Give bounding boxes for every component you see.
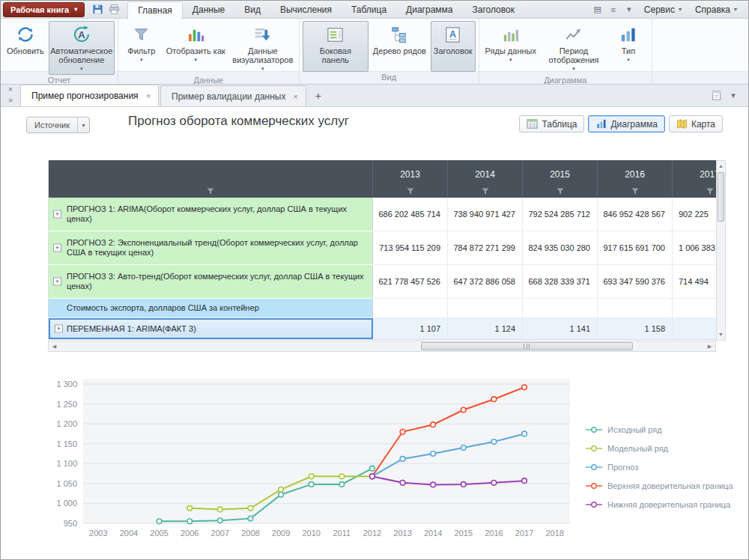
data-cell[interactable] (673, 299, 716, 318)
data-cell[interactable]: 824 935 030 280 (523, 231, 598, 265)
refresh-button[interactable]: Обновить (4, 21, 47, 75)
data-cell[interactable]: 1 141 (523, 318, 598, 339)
data-cell[interactable]: 686 202 485 714 (373, 198, 448, 231)
scroll-left-icon[interactable]: ◀ (49, 341, 60, 351)
data-cell[interactable] (598, 299, 673, 318)
menu-tab[interactable]: Данные (183, 1, 234, 19)
filter-icon[interactable] (631, 188, 639, 195)
menu-tab[interactable]: Заголовок (462, 1, 524, 19)
filter-icon[interactable] (407, 188, 414, 195)
data-cell[interactable]: 917 615 691 700 (598, 231, 673, 265)
year-column-header[interactable]: 2015 (523, 160, 598, 198)
menu-tab[interactable]: Главная (127, 1, 183, 19)
year-column-header[interactable]: 2014 (448, 160, 523, 198)
data-cell[interactable]: 693 347 590 376 (598, 265, 673, 299)
year-column-header[interactable]: 2013 (373, 160, 448, 198)
layout-icon[interactable]: ▤ (590, 2, 605, 17)
data-cell[interactable] (373, 299, 448, 318)
legend-item[interactable]: Верхняя доверительная граница (585, 476, 733, 495)
side-panel-button[interactable]: Боковая панель (303, 21, 369, 72)
page-layout-icon[interactable] (709, 88, 724, 103)
scrollbar-thumb[interactable] (718, 172, 724, 222)
data-cell[interactable]: 1 006 383 (673, 231, 716, 265)
caret-down-icon[interactable]: ▾ (622, 2, 637, 17)
scrollbar-thumb[interactable] (421, 342, 634, 350)
row-label-cell[interactable]: +ПРОГНОЗ 1: ARIMA(Оборот коммерческих ус… (49, 198, 373, 231)
expand-icon[interactable]: + (55, 325, 63, 333)
horizontal-scrollbar[interactable]: ◀ ▶ (48, 341, 716, 352)
data-cell[interactable] (673, 318, 716, 339)
data-cell[interactable]: 714 494 (673, 265, 716, 299)
document-tab[interactable]: Пример валидации данных× (160, 85, 306, 106)
map-view-button[interactable]: Карта (669, 115, 723, 133)
data-cell[interactable]: 784 872 271 299 (448, 231, 523, 265)
display-period-button[interactable]: Период отображения▾ (541, 21, 607, 75)
menu-tab[interactable]: Вид (234, 1, 270, 19)
data-cell[interactable]: 713 954 115 209 (373, 231, 448, 265)
chart-view-button[interactable]: Диаграмма (588, 115, 664, 133)
legend-item[interactable]: Прогноз (585, 457, 733, 476)
data-cell[interactable]: 1 124 (448, 318, 523, 339)
filter-icon[interactable] (482, 188, 489, 195)
close-tab-icon[interactable]: × (293, 92, 297, 101)
menu-button[interactable]: Сервис▾ (637, 4, 688, 15)
vertical-scrollbar[interactable]: ▲ ▼ (716, 160, 726, 341)
data-cell[interactable]: 792 524 285 712 (523, 198, 598, 231)
data-cell[interactable]: 738 940 971 427 (448, 198, 523, 231)
row-label-cell[interactable]: +ПРОГНОЗ 3: Авто-тренд(Оборот коммерческ… (49, 265, 373, 299)
caret-down-icon[interactable]: ▾ (726, 88, 741, 103)
data-cell[interactable] (448, 299, 523, 318)
visualizer-data-button[interactable]: Данные визуализаторов▾ (230, 21, 296, 75)
menu-icon[interactable]: ≡ (606, 2, 621, 17)
row-label-cell[interactable]: +ПЕРЕМЕННАЯ 1: ARIMA(ФАКТ 3) (49, 318, 373, 339)
filter-icon[interactable] (557, 188, 564, 195)
menu-tab[interactable]: Вычисления (270, 1, 342, 19)
scroll-up-icon[interactable]: ▲ (717, 161, 725, 171)
menu-tab[interactable]: Таблица (342, 1, 396, 19)
filter-icon[interactable] (706, 188, 714, 195)
data-cell[interactable]: 846 952 428 567 (598, 198, 673, 231)
data-series-button[interactable]: Ряды данных▾ (482, 21, 539, 75)
filter-button[interactable]: Фильтр▾ (121, 21, 162, 75)
series-tree-button[interactable]: Дерево рядов (370, 21, 429, 72)
table-view-button[interactable]: Таблица (519, 115, 584, 133)
scrollbar-track[interactable] (717, 222, 725, 329)
scroll-down-icon[interactable]: ▼ (717, 329, 725, 340)
source-dropdown[interactable]: Источник ▾ (26, 117, 90, 133)
data-cell[interactable]: 647 372 886 058 (448, 265, 523, 299)
year-column-header[interactable]: 2017 (673, 160, 716, 198)
scroll-right-icon[interactable]: ▶ (704, 341, 715, 351)
new-tab-button[interactable]: + (308, 86, 329, 106)
row-label-cell[interactable]: +ПРОГНОЗ 2: Экспоненциальный тренд(Оборо… (49, 231, 373, 265)
expand-icon[interactable]: + (53, 278, 61, 286)
menu-tab[interactable]: Диаграмма (396, 1, 462, 19)
row-label-cell[interactable]: Стоимость экспорта, долларов США за конт… (49, 299, 373, 318)
chart-type-button[interactable]: Тип▾ (608, 21, 649, 75)
close-icon[interactable]: × (4, 85, 16, 95)
legend-item[interactable]: Нижняя доверительная граница (585, 495, 733, 514)
document-tab[interactable]: Пример прогнозирования× (20, 85, 159, 106)
scrollbar-track[interactable] (60, 341, 704, 351)
data-cell[interactable]: 1 158 (598, 318, 673, 339)
expand-icon[interactable]: + (53, 244, 61, 252)
filter-icon[interactable] (207, 188, 214, 195)
menu-button[interactable]: Справка▾ (688, 4, 744, 15)
legend-item[interactable]: Исходный ряд (585, 420, 733, 439)
auto-refresh-button[interactable]: AАвтоматическое обновление▾ (49, 21, 115, 75)
close-tab-icon[interactable]: × (146, 91, 151, 100)
print-button[interactable] (106, 2, 121, 17)
save-button[interactable] (90, 2, 105, 17)
workbook-menu-button[interactable]: Рабочая книга ▾ (3, 2, 85, 17)
data-cell[interactable]: 1 107 (373, 318, 448, 339)
table-corner-header[interactable] (49, 160, 373, 198)
legend-item[interactable]: Модельный ряд (585, 439, 733, 457)
display-as-button[interactable]: Отобразить как▾ (163, 21, 228, 75)
year-column-header[interactable]: 2016 (598, 160, 673, 198)
chevron-right-icon[interactable]: » (4, 96, 16, 106)
data-cell[interactable]: 621 778 457 526 (373, 265, 448, 299)
data-cell[interactable]: 668 328 339 371 (523, 265, 598, 299)
data-cell[interactable]: 902 225 (673, 198, 716, 231)
title-header-button[interactable]: AЗаголовок (431, 21, 476, 72)
data-cell[interactable] (523, 299, 598, 318)
expand-icon[interactable]: + (53, 210, 61, 219)
